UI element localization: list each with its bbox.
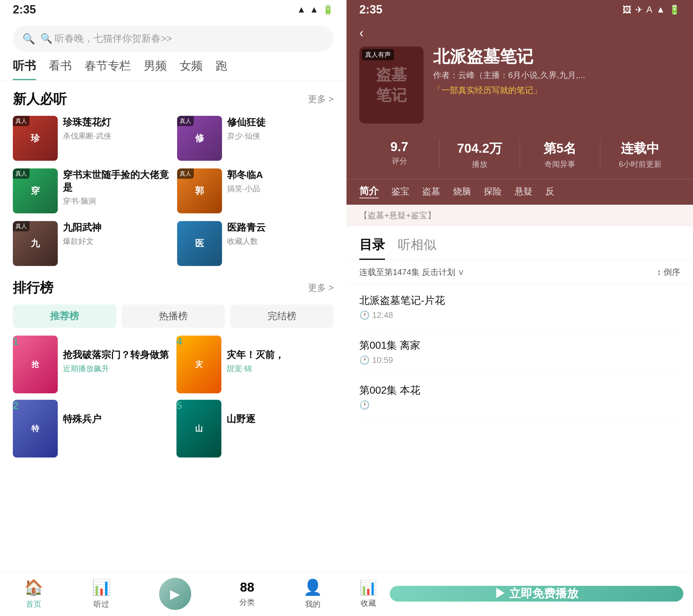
list-item[interactable]: 第002集 本花 🕐: [359, 374, 680, 419]
play-button[interactable]: ▶ 立即免费播放: [390, 586, 684, 601]
book-cover-2: 修 真人: [177, 116, 222, 161]
detail-author: 作者：云峰（主播：6月小说,久界,九月,...: [433, 69, 680, 81]
list-item[interactable]: 山 5 山野逐: [176, 400, 334, 458]
book-info-1: 珍珠莲花灯 杀伐果断·武侠: [63, 116, 170, 141]
collect-label: 收藏: [361, 598, 376, 608]
home-icon: 🏠: [24, 578, 43, 596]
detail-info: 北派盗墓笔记 作者：云峰（主播：6月小说,久界,九月,... 「一部真实经历写就…: [433, 46, 680, 96]
tag-fan[interactable]: 反: [546, 185, 554, 198]
nav-tab-female[interactable]: 女频: [180, 58, 203, 80]
rank-cover-img-4: 山: [176, 400, 221, 458]
nav-tab-read[interactable]: 看书: [49, 58, 72, 80]
list-item[interactable]: 修 真人 修仙狂徒 弃少·仙侠: [177, 116, 334, 161]
nav-item-home[interactable]: 🏠 首页: [24, 578, 43, 609]
book-info-4: 郭冬临A 搞笑·小品: [227, 168, 334, 194]
category-icon: 88: [240, 580, 254, 595]
tag-sn[interactable]: 烧脑: [453, 185, 471, 198]
right-a-icon: A: [647, 4, 653, 15]
book-meta-5: 爆款好文: [63, 236, 170, 246]
mine-icon: 👤: [303, 578, 322, 596]
tag-xy[interactable]: 悬疑: [515, 185, 533, 198]
nav-tab-spring[interactable]: 春节专栏: [85, 58, 131, 80]
detail-tags: 简介 鉴宝 盗墓 烧脑 探险 悬疑 反: [346, 179, 693, 205]
list-item[interactable]: 抢 1 抢我破落宗门？转身做第 近期播放飙升: [13, 336, 170, 393]
rank-title-1: 抢我破落宗门？转身做第: [63, 336, 170, 361]
summary-text: 【盗墓+悬疑+鉴宝】: [359, 211, 436, 220]
rank-cover-1: 抢: [13, 336, 58, 393]
list-item[interactable]: 珍 真人 珍珠莲花灯 杀伐果断·武侠: [13, 116, 170, 161]
episode-title-1: 北派盗墓笔记-片花: [359, 294, 680, 308]
play-button-text: ▶ 立即免费播放: [494, 586, 578, 601]
stat-rank: 第5名 奇闻异事: [520, 140, 600, 170]
ranking-tabs: 推荐榜 热播榜 完结榜: [13, 304, 334, 328]
clock-icon-2: 🕐: [359, 355, 370, 365]
right-battery-icon: 🔋: [669, 4, 680, 15]
ranking-tab-recommend[interactable]: 推荐榜: [13, 304, 117, 328]
stat-value-score: 9.7: [359, 140, 439, 154]
tag-dm[interactable]: 盗墓: [422, 185, 440, 198]
nav-item-center[interactable]: ▶: [159, 578, 191, 610]
book-title-3: 穿书末世随手捡的大佬竟是: [63, 168, 170, 194]
list-item[interactable]: 郭 真人 郭冬临A 搞笑·小品: [177, 168, 334, 213]
search-icon: 🔍: [22, 33, 35, 45]
list-item[interactable]: 灾 4 灾年！灭前， 甜宠·锦: [176, 336, 334, 393]
detail-cover-text: 盗墓笔记: [376, 64, 407, 105]
list-item[interactable]: 第001集 离家 🕐 10:59: [359, 330, 680, 374]
ranking-section: 排行榜 更多 > 推荐榜 热播榜 完结榜 抢 1 抢我破落宗门？转身做第 近期播: [0, 269, 346, 461]
back-button[interactable]: ‹: [359, 26, 363, 40]
list-item[interactable]: 北派盗墓笔记-片花 🕐 12:48: [359, 284, 680, 330]
new-listeners-title: 新人必听: [13, 90, 67, 108]
book-badge-4: 真人: [177, 168, 194, 179]
right-status-bar: 2:35 🖼 ✈ A ▲ 🔋: [346, 0, 693, 19]
nav-tab-more[interactable]: 跑: [216, 58, 227, 80]
detail-title: 北派盗墓笔记: [433, 46, 680, 66]
detail-stats: 9.7 评分 704.2万 播放 第5名 奇闻异事 连载中 6小时前更新: [346, 133, 693, 179]
rank-number-4: 5: [176, 400, 182, 412]
ranking-more[interactable]: 更多 >: [308, 282, 334, 294]
catalog-order[interactable]: ↕ 倒序: [657, 266, 680, 278]
collect-button[interactable]: 📊 收藏: [346, 579, 390, 608]
rank-cover-3: 特: [13, 400, 58, 458]
nav-item-history[interactable]: 📊 听过: [92, 578, 111, 609]
right-wifi-icon: ▲: [656, 4, 665, 15]
book-cover-6: 医: [177, 221, 222, 266]
episode-title-3: 第002集 本花: [359, 383, 680, 398]
nav-item-category[interactable]: 88 分类: [239, 580, 255, 607]
catalog-tab-list[interactable]: 目录: [359, 236, 385, 260]
book-info-6: 医路青云 收藏人数: [227, 221, 334, 246]
list-item[interactable]: 九 真人 九阳武神 爆款好文: [13, 221, 170, 266]
search-bar[interactable]: 🔍 🔍 听春晚，七猫伴你贺新春>>: [13, 26, 334, 52]
tag-intro[interactable]: 简介: [359, 184, 379, 198]
catalog-tab-similar[interactable]: 听相似: [398, 236, 436, 260]
tag-jb[interactable]: 鉴宝: [391, 185, 409, 198]
list-item[interactable]: 穿 真人 穿书末世随手捡的大佬竟是 穿书·脑洞: [13, 168, 170, 213]
right-img-icon: 🖼: [622, 4, 631, 15]
search-placeholder: 🔍 听春晚，七猫伴你贺新春>>: [40, 32, 172, 45]
catalog-meta: 连载至第1474集 反击计划 ∨ ↕ 倒序: [346, 260, 693, 284]
catalog-total[interactable]: 连载至第1474集 反击计划 ∨: [359, 266, 464, 278]
ranking-tab-complete[interactable]: 完结榜: [230, 304, 334, 328]
tag-tx[interactable]: 探险: [484, 185, 502, 198]
ranking-tab-hot[interactable]: 热播榜: [122, 304, 225, 328]
book-meta-3: 穿书·脑洞: [63, 196, 170, 206]
stat-label-rank: 奇闻异事: [520, 159, 600, 170]
stat-label-score: 评分: [359, 156, 439, 166]
rank-info-3: 2 特殊兵户: [63, 400, 170, 425]
nav-tab-listen[interactable]: 听书: [13, 58, 36, 80]
new-listeners-section: 新人必听 更多 > 珍 真人 珍珠莲花灯 杀伐果断·武侠: [0, 81, 346, 269]
book-title-5: 九阳武神: [63, 221, 170, 234]
center-play-btn[interactable]: ▶: [159, 578, 191, 610]
nav-label-home: 首页: [26, 599, 41, 609]
nav-item-mine[interactable]: 👤 我的: [303, 578, 322, 609]
book-badge-5: 真人: [13, 221, 29, 231]
stat-value-rank: 第5名: [520, 140, 600, 157]
right-panel: 2:35 🖼 ✈ A ▲ 🔋 ‹ 真人有声 盗墓笔记 北派盗墓笔记 作者：云峰（…: [346, 0, 693, 616]
book-cover-5: 九 真人: [13, 221, 58, 266]
new-listeners-more[interactable]: 更多 >: [308, 93, 334, 105]
book-meta-1: 杀伐果断·武侠: [63, 131, 170, 141]
rank-number-1: 1: [13, 336, 19, 347]
list-item[interactable]: 医 医路青云 收藏人数: [177, 221, 334, 266]
book-detail-cover: 真人有声 盗墓笔记: [359, 46, 423, 123]
nav-tab-male[interactable]: 男频: [144, 58, 167, 80]
list-item[interactable]: 特 2 特殊兵户: [13, 400, 170, 458]
